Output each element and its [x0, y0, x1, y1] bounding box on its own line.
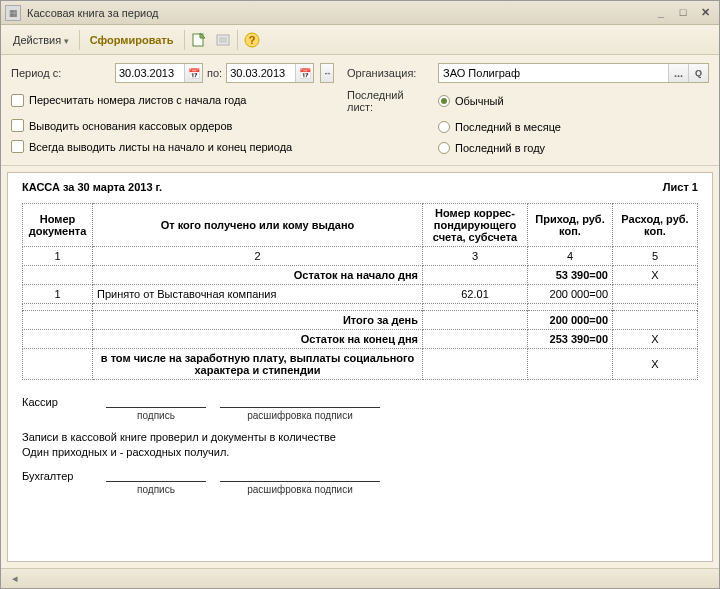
date-from-field[interactable]: 📅	[115, 63, 203, 83]
toolbar-separator	[184, 30, 185, 50]
note2: Один приходных и - расходных получил.	[22, 446, 698, 458]
close-balance-label: Остаток на конец дня	[93, 330, 423, 349]
radio-year-label: Последний в году	[455, 142, 545, 154]
decipher-line	[220, 468, 380, 482]
signatures: Кассир подпись расшифровка подписи Запис…	[22, 394, 698, 495]
open-balance-out: Х	[613, 266, 698, 285]
cash-table: Номер документа От кого получено или ком…	[22, 203, 698, 380]
colnum: 5	[613, 247, 698, 266]
to-label: по:	[207, 67, 222, 79]
decipher-line	[220, 394, 380, 408]
window-title: Кассовая книга за период	[27, 7, 649, 19]
sign-line	[106, 468, 206, 482]
recalc-label: Пересчитать номера листов с начала года	[29, 94, 246, 106]
period-selector-button[interactable]: ↔	[320, 63, 334, 83]
print-basis-label: Выводить основания кассовых ордеров	[29, 120, 232, 132]
org-select-button[interactable]: ...	[668, 64, 688, 82]
actions-menu[interactable]: Действия	[7, 31, 75, 49]
col-out: Расход, руб. коп.	[613, 204, 698, 247]
last-sheet-label: Последний лист:	[347, 89, 432, 113]
org-field[interactable]: ... Q	[438, 63, 709, 83]
open-balance-label: Остаток на начало дня	[93, 266, 423, 285]
col-in: Приход, руб. коп.	[528, 204, 613, 247]
open-balance-in: 53 390=00	[528, 266, 613, 285]
sign-line	[106, 394, 206, 408]
colnum: 4	[528, 247, 613, 266]
radio-dot	[438, 95, 450, 107]
row-who: Принято от Выставочная компания	[93, 285, 423, 304]
radio-normal[interactable]: Обычный	[438, 95, 504, 107]
toolbar: Действия Сформировать ?	[1, 25, 719, 55]
date-from-input[interactable]	[116, 64, 184, 82]
calendar-icon[interactable]: 📅	[184, 64, 202, 82]
radio-month-label: Последний в месяце	[455, 121, 561, 133]
decipher-caption: расшифровка подписи	[220, 484, 380, 495]
svg-text:?: ?	[248, 34, 255, 46]
incl-out: Х	[613, 349, 698, 380]
radio-dot	[438, 142, 450, 154]
date-to-field[interactable]: 📅	[226, 63, 314, 83]
col-doc: Номер документа	[23, 204, 93, 247]
radio-month[interactable]: Последний в месяце	[438, 121, 561, 133]
print-basis-checkbox[interactable]: Выводить основания кассовых ордеров	[11, 119, 232, 132]
always-sheets-checkbox[interactable]: Всегда выводить листы на начало и конец …	[11, 140, 292, 153]
sheet-number: Лист 1	[663, 181, 698, 193]
colnum: 3	[423, 247, 528, 266]
radio-year[interactable]: Последний в году	[438, 142, 545, 154]
sign-caption: подпись	[106, 410, 206, 421]
toolbar-separator	[237, 30, 238, 50]
titlebar: ▦ Кассовая книга за период _ □ ✕	[1, 1, 719, 25]
cashier-label: Кассир	[22, 396, 92, 408]
always-sheets-label: Всегда выводить листы на начало и конец …	[29, 141, 292, 153]
colnum: 2	[93, 247, 423, 266]
row-doc: 1	[23, 285, 93, 304]
colnum: 1	[23, 247, 93, 266]
main-window: ▦ Кассовая книга за период _ □ ✕ Действи…	[0, 0, 720, 589]
svg-rect-2	[219, 37, 227, 43]
total-day-in: 200 000=00	[528, 311, 613, 330]
maximize-button[interactable]: □	[673, 5, 693, 21]
row-in: 200 000=00	[528, 285, 613, 304]
close-balance-out: Х	[613, 330, 698, 349]
form-button[interactable]: Сформировать	[84, 31, 180, 49]
total-day-label: Итого за день	[93, 311, 423, 330]
period-label: Период с:	[11, 67, 111, 79]
date-to-input[interactable]	[227, 64, 295, 82]
note1: Записи в кассовой книге проверил и докум…	[22, 431, 698, 443]
org-input[interactable]	[439, 64, 668, 82]
scroll-left-icon[interactable]: ◂	[7, 572, 23, 585]
app-icon: ▦	[5, 5, 21, 21]
statusbar: ◂	[1, 568, 719, 588]
checkbox-box	[11, 94, 24, 107]
report-pane[interactable]: КАССА за 30 марта 2013 г. Лист 1 Номер д…	[7, 172, 713, 562]
minimize-button[interactable]: _	[651, 5, 671, 21]
col-who: От кого получено или кому выдано	[93, 204, 423, 247]
report-title: КАССА за 30 марта 2013 г.	[22, 181, 162, 193]
help-icon[interactable]: ?	[242, 30, 262, 50]
radio-normal-label: Обычный	[455, 95, 504, 107]
export-icon[interactable]	[213, 30, 233, 50]
sign-caption: подпись	[106, 484, 206, 495]
close-balance-in: 253 390=00	[528, 330, 613, 349]
checkbox-box	[11, 140, 24, 153]
col-corr: Номер коррес-пондирующего счета, субсчет…	[423, 204, 528, 247]
org-label: Организация:	[347, 67, 432, 79]
close-button[interactable]: ✕	[695, 5, 715, 21]
accountant-label: Бухгалтер	[22, 470, 92, 482]
incl-label: в том числе на заработную плату, выплаты…	[93, 349, 423, 380]
calendar-icon[interactable]: 📅	[295, 64, 313, 82]
recalc-checkbox[interactable]: Пересчитать номера листов с начала года	[11, 94, 246, 107]
checkbox-box	[11, 119, 24, 132]
toolbar-separator	[79, 30, 80, 50]
row-corr: 62.01	[423, 285, 528, 304]
decipher-caption: расшифровка подписи	[220, 410, 380, 421]
settings-icon[interactable]	[189, 30, 209, 50]
radio-dot	[438, 121, 450, 133]
form-area: Период с: 📅 по: 📅 ↔ Организация: ... Q	[1, 55, 719, 166]
org-open-button[interactable]: Q	[688, 64, 708, 82]
